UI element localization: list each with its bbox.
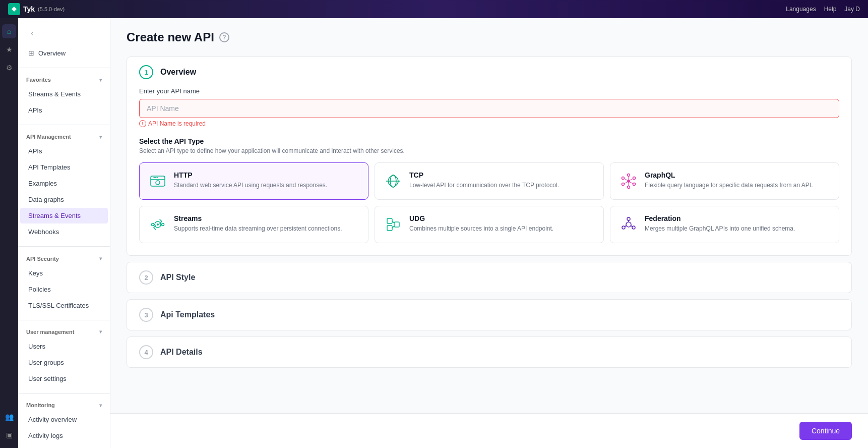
step-4-card: 4 API Details bbox=[127, 337, 852, 368]
sidebar-item-streams-events-fav[interactable]: Streams & Events bbox=[20, 86, 108, 102]
svg-point-6 bbox=[628, 174, 630, 177]
api-type-streams[interactable]: Streams Supports real-time data streamin… bbox=[139, 206, 368, 243]
tcp-type-info: TCP Low-level API for communication over… bbox=[409, 171, 595, 190]
overview-icon: ⊞ bbox=[28, 49, 34, 57]
sidebar-item-user-groups[interactable]: User groups bbox=[20, 355, 108, 370]
step-2-title: API Style bbox=[160, 273, 195, 282]
user-menu[interactable]: Jay D bbox=[844, 6, 860, 13]
rail-users-icon[interactable]: 👥 bbox=[2, 410, 16, 424]
sidebar-favorites-header[interactable]: Favorites ▾ bbox=[18, 74, 110, 86]
page-title: Create new API bbox=[127, 30, 214, 44]
sidebar-item-streams-events[interactable]: Streams & Events bbox=[20, 208, 108, 223]
api-security-chevron: ▾ bbox=[99, 256, 102, 261]
help-menu[interactable]: Help bbox=[824, 6, 837, 13]
api-templates-label: API Templates bbox=[28, 163, 71, 171]
activity-logs-label: Activity logs bbox=[28, 432, 63, 439]
api-type-federation[interactable]: Federation Merges multiple GraphQL APIs … bbox=[610, 206, 839, 243]
sidebar-item-apis-fav[interactable]: APIs bbox=[20, 102, 108, 118]
step-1-card: 1 Overview Enter your API name ! API Nam… bbox=[127, 57, 852, 256]
topbar-right: Languages Help Jay D bbox=[786, 6, 860, 13]
data-graphs-label: Data graphs bbox=[28, 196, 64, 203]
sidebar-user-management-header[interactable]: User management ▾ bbox=[18, 326, 110, 338]
sidebar-section-favorites: Favorites ▾ Streams & Events APIs bbox=[18, 70, 110, 123]
svg-line-14 bbox=[630, 179, 633, 180]
rail-monitor-icon[interactable]: ▣ bbox=[2, 428, 16, 442]
sidebar-item-apis[interactable]: APIs bbox=[20, 143, 108, 159]
apis-fav-label: APIs bbox=[28, 106, 42, 114]
rail-star-icon[interactable]: ★ bbox=[2, 42, 16, 57]
bottom-bar: Continue bbox=[110, 413, 868, 448]
sidebar-item-policies[interactable]: Policies bbox=[20, 282, 108, 297]
rail-home-icon[interactable]: ⌂ bbox=[2, 24, 16, 38]
svg-rect-25 bbox=[387, 226, 392, 231]
svg-point-29 bbox=[626, 222, 631, 227]
svg-point-21 bbox=[162, 223, 164, 226]
sidebar-item-activity-overview[interactable]: Activity overview bbox=[20, 412, 108, 427]
graphql-icon bbox=[618, 171, 639, 191]
sidebar-collapse-icon[interactable]: ‹ bbox=[25, 26, 39, 40]
http-type-info: HTTP Standard web service API using requ… bbox=[174, 171, 360, 190]
api-type-udg[interactable]: UDG Combines multiple sources into a sin… bbox=[375, 206, 604, 243]
monitoring-chevron: ▾ bbox=[99, 403, 102, 408]
sidebar-item-user-settings[interactable]: User settings bbox=[20, 371, 108, 386]
sidebar-item-data-graphs[interactable]: Data graphs bbox=[20, 192, 108, 207]
favorites-chevron: ▾ bbox=[99, 77, 102, 83]
api-type-tcp[interactable]: TCP Low-level API for communication over… bbox=[375, 162, 604, 200]
svg-point-11 bbox=[633, 183, 636, 186]
sidebar-api-management-header[interactable]: API Management ▾ bbox=[18, 131, 110, 143]
sidebar-item-activity-logs[interactable]: Activity logs bbox=[20, 428, 108, 443]
tyk-logo-text: Tyk bbox=[23, 5, 35, 13]
svg-line-35 bbox=[625, 226, 627, 227]
udg-type-desc: Combines multiple sources into a single … bbox=[409, 225, 595, 233]
streams-events-label: Streams & Events bbox=[28, 212, 81, 219]
svg-point-32 bbox=[622, 226, 625, 229]
step-3-card: 3 Api Templates bbox=[127, 299, 852, 330]
streams-icon bbox=[148, 214, 168, 235]
step-1-header: 1 Overview bbox=[127, 57, 851, 87]
federation-type-name: Federation bbox=[645, 214, 831, 222]
federation-type-desc: Merges multiple GraphQL APIs into one un… bbox=[645, 225, 831, 233]
sidebar-item-api-templates[interactable]: API Templates bbox=[20, 159, 108, 175]
step-3-title: Api Templates bbox=[160, 310, 215, 319]
svg-point-31 bbox=[632, 226, 635, 229]
sidebar-item-webhooks[interactable]: Webhooks bbox=[20, 224, 108, 240]
sidebar-item-tls-ssl[interactable]: TLS/SSL Certificates bbox=[20, 298, 108, 313]
sidebar-item-keys[interactable]: Keys bbox=[20, 265, 108, 281]
svg-point-5 bbox=[627, 180, 630, 183]
languages-menu[interactable]: Languages bbox=[786, 6, 816, 13]
streams-type-desc: Supports real-time data streaming over p… bbox=[174, 225, 360, 233]
svg-rect-26 bbox=[394, 222, 399, 227]
api-type-graphql[interactable]: GraphQL Flexible query language for spec… bbox=[610, 162, 839, 200]
rail-settings-icon[interactable]: ⚙ bbox=[2, 61, 16, 75]
sidebar-section-monitoring: Monitoring ▾ Activity overview Activity … bbox=[18, 395, 110, 448]
user-settings-label: User settings bbox=[28, 375, 67, 382]
tyk-logo-icon bbox=[8, 3, 20, 15]
sidebar-api-security-header[interactable]: API Security ▾ bbox=[18, 253, 110, 265]
user-management-label: User management bbox=[26, 329, 74, 335]
api-management-chevron: ▾ bbox=[99, 134, 102, 140]
sidebar-item-users[interactable]: Users bbox=[20, 339, 108, 354]
user-management-chevron: ▾ bbox=[99, 329, 102, 334]
sidebar-item-examples[interactable]: Examples bbox=[20, 176, 108, 191]
sidebar-item-overview[interactable]: ⊞ Overview bbox=[20, 45, 108, 61]
streams-type-info: Streams Supports real-time data streamin… bbox=[174, 214, 360, 233]
svg-point-19 bbox=[157, 223, 159, 226]
sidebar-item-label: Overview bbox=[38, 49, 66, 57]
main-content: Create new API ? 1 Overview Enter your A… bbox=[110, 18, 868, 413]
continue-button[interactable]: Continue bbox=[799, 422, 852, 440]
svg-line-34 bbox=[631, 226, 633, 227]
sidebar-monitoring-header[interactable]: Monitoring ▾ bbox=[18, 399, 110, 411]
api-security-label: API Security bbox=[26, 256, 59, 262]
svg-point-8 bbox=[622, 177, 625, 180]
monitoring-label: Monitoring bbox=[26, 402, 55, 408]
help-icon[interactable]: ? bbox=[219, 32, 229, 42]
api-type-http[interactable]: HTTP Standard web service API using requ… bbox=[139, 162, 368, 200]
page-header: Create new API ? bbox=[127, 30, 852, 44]
sidebar-section-api-management: API Management ▾ APIs API Templates Exam… bbox=[18, 127, 110, 244]
api-name-input[interactable] bbox=[139, 99, 839, 118]
keys-label: Keys bbox=[28, 269, 43, 277]
step-4-title: API Details bbox=[160, 348, 203, 357]
sidebar: ‹ ⊞ Overview Favorites ▾ Streams & Event… bbox=[18, 18, 110, 448]
sidebar-section-api-security: API Security ▾ Keys Policies TLS/SSL Cer… bbox=[18, 249, 110, 318]
federation-type-info: Federation Merges multiple GraphQL APIs … bbox=[645, 214, 831, 233]
